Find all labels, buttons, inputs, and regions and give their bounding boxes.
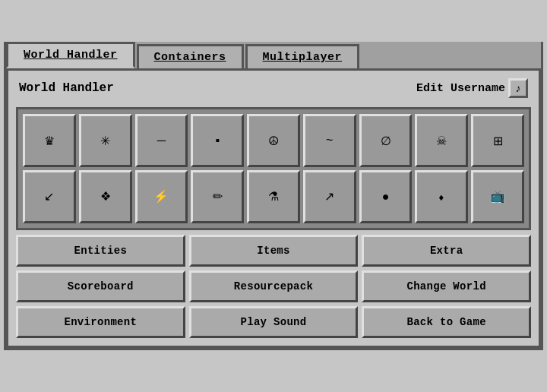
back-to-game-button[interactable]: Back to Game xyxy=(362,306,531,338)
peace-icon-btn[interactable]: ☮ xyxy=(247,114,300,167)
content-area: World Handler Edit Username ♪ ♛ ✳ ─ ▪ ☮ … xyxy=(6,68,541,348)
circle-icon-btn[interactable]: ● xyxy=(359,170,413,223)
pencil-icon-btn[interactable]: ✏ xyxy=(191,170,244,223)
sparkle-icon-btn[interactable]: ✳ xyxy=(79,114,132,167)
page-title: World Handler xyxy=(19,81,114,95)
tv-icon-btn[interactable]: 📺 xyxy=(471,170,524,223)
tab-containers[interactable]: Containers xyxy=(137,44,244,68)
resourcepack-button[interactable]: Resourcepack xyxy=(189,270,359,302)
empty-icon-btn[interactable]: ∅ xyxy=(359,114,413,167)
grid-icon-btn[interactable]: ⊞ xyxy=(471,114,524,167)
edit-username-label: Edit Username xyxy=(416,82,505,95)
tilde-icon-btn[interactable]: ~ xyxy=(303,114,356,167)
extra-button[interactable]: Extra xyxy=(362,235,531,267)
diamond4-icon-btn[interactable]: ❖ xyxy=(79,170,132,223)
scoreboard-button[interactable]: Scoreboard xyxy=(16,270,185,302)
entities-button[interactable]: Entities xyxy=(16,235,185,267)
dash-icon-btn[interactable]: ─ xyxy=(135,114,188,167)
header-row: World Handler Edit Username ♪ xyxy=(16,77,531,100)
items-button[interactable]: Items xyxy=(189,235,359,267)
play-sound-button[interactable]: Play Sound xyxy=(189,306,359,338)
diamond-icon-btn[interactable]: ⬧ xyxy=(415,170,468,223)
arrow-ur-icon-btn[interactable]: ↗ xyxy=(303,170,356,223)
tab-bar: World Handler Containers Multiplayer xyxy=(6,42,541,68)
action-buttons-grid: Entities Items Extra Scoreboard Resource… xyxy=(16,235,531,338)
square-icon-btn[interactable]: ▪ xyxy=(191,114,244,167)
crown-icon-btn[interactable]: ♛ xyxy=(23,114,76,167)
edit-username-row: Edit Username ♪ xyxy=(416,78,528,98)
arrow-dl-icon-btn[interactable]: ↙ xyxy=(23,170,76,223)
flask-icon-btn[interactable]: ⚗ xyxy=(247,170,300,223)
skull-icon-btn[interactable]: ☠ xyxy=(415,114,468,167)
change-world-button[interactable]: Change World xyxy=(362,270,531,302)
main-window: World Handler Containers Multiplayer Wor… xyxy=(4,42,543,350)
tab-multiplayer[interactable]: Multiplayer xyxy=(245,44,360,68)
icon-grid: ♛ ✳ ─ ▪ ☮ ~ ∅ ☠ ⊞ ↙ ❖ ⚡ ✏ ⚗ ↗ ● ⬧ 📺 xyxy=(16,107,531,230)
environment-button[interactable]: Environment xyxy=(16,306,185,338)
tab-world-handler[interactable]: World Handler xyxy=(6,42,135,68)
edit-username-button[interactable]: ♪ xyxy=(508,78,528,98)
lightning-icon-btn[interactable]: ⚡ xyxy=(135,170,188,223)
